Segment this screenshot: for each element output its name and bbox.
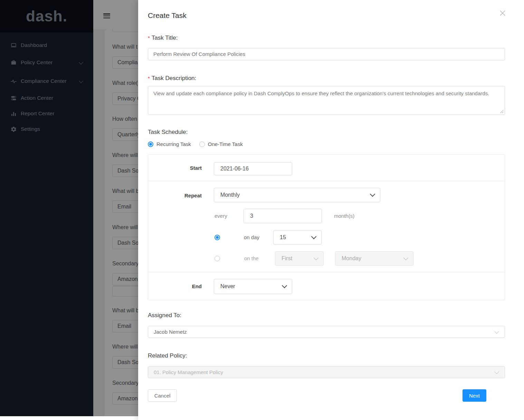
- end-select[interactable]: Never: [214, 279, 292, 294]
- end-label: End: [148, 283, 202, 289]
- ordinal-select[interactable]: First: [275, 251, 324, 266]
- create-task-drawer: Create Task *Task Title: Perform Review …: [138, 0, 524, 420]
- screen: What will t Complia What role(s Privacy …: [0, 0, 524, 420]
- schedule-type-radio-group: Recurring Task One-Time Task: [148, 141, 251, 147]
- on-day-label: on day: [244, 230, 259, 245]
- task-schedule-label: Task Schedule:: [148, 129, 188, 136]
- schedule-box: Start 2021-06-16 Repeat Monthly every 3 …: [148, 154, 505, 300]
- related-policy-label: Related Policy:: [148, 352, 187, 359]
- recurring-task-label: Recurring Task: [156, 141, 191, 147]
- repeat-select[interactable]: Monthly: [214, 188, 380, 202]
- divider: [148, 272, 505, 272]
- resize-handle-icon[interactable]: [500, 110, 504, 114]
- task-title-input[interactable]: Perform Review Of Compliance Policies: [148, 48, 505, 60]
- assigned-to-select[interactable]: Jacob Nemetz: [148, 326, 505, 338]
- chevron-down-icon: [494, 369, 499, 374]
- chevron-down-icon: [494, 329, 499, 333]
- cancel-button[interactable]: Cancel: [148, 389, 177, 402]
- weekday-select[interactable]: Monday: [335, 251, 413, 266]
- task-description-label: *Task Description:: [148, 75, 196, 82]
- chevron-down-icon: [370, 192, 375, 197]
- required-mark: *: [148, 75, 150, 81]
- on-the-radio[interactable]: [215, 256, 220, 261]
- on-day-select[interactable]: 15: [273, 230, 322, 245]
- task-title-label: *Task Title:: [148, 35, 178, 41]
- required-mark: *: [148, 35, 150, 41]
- repeat-label: Repeat: [148, 193, 202, 198]
- on-day-radio[interactable]: [215, 235, 220, 240]
- divider: [148, 181, 505, 181]
- chevron-down-icon: [311, 234, 317, 240]
- related-policy-select: 01. Policy Management Policy: [148, 366, 505, 378]
- months-unit-label: month(s): [334, 209, 354, 223]
- recurring-task-radio[interactable]: [148, 141, 153, 147]
- start-label: Start: [148, 165, 202, 171]
- next-button[interactable]: Next: [463, 389, 486, 402]
- chevron-down-icon: [282, 283, 287, 289]
- start-date-input[interactable]: 2021-06-16: [214, 162, 292, 175]
- chevron-down-icon: [403, 255, 408, 260]
- on-the-label: on the: [244, 251, 259, 266]
- task-description-textarea[interactable]: View and update each compliance policy i…: [148, 86, 505, 115]
- every-label: every: [215, 209, 227, 223]
- drawer-title: Create Task: [148, 11, 187, 20]
- one-time-task-label: One-Time Task: [208, 141, 243, 147]
- one-time-task-radio[interactable]: [199, 141, 205, 147]
- chevron-down-icon: [314, 255, 318, 260]
- close-icon[interactable]: [499, 10, 506, 16]
- every-value-input[interactable]: 3: [244, 209, 322, 223]
- assigned-to-label: Assigned To:: [148, 312, 181, 319]
